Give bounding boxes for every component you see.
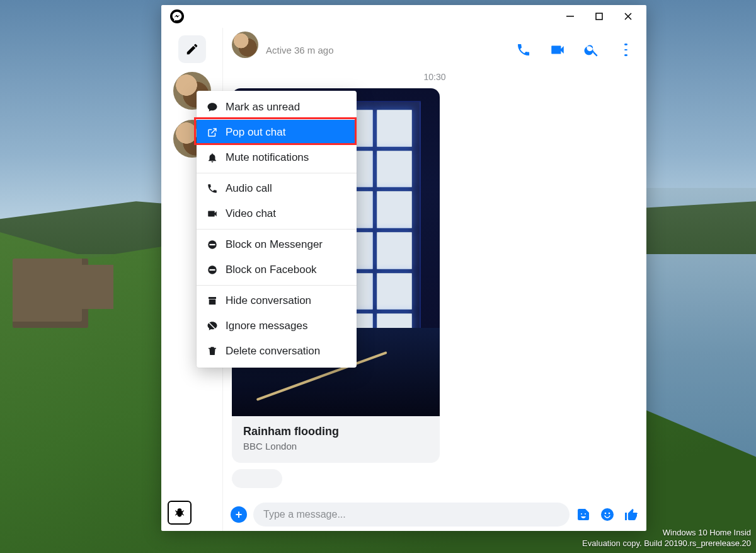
ctx-separator (197, 285, 357, 286)
window-minimize-button[interactable] (556, 6, 585, 26)
svg-point-5 (609, 513, 610, 515)
svg-point-4 (605, 513, 607, 515)
composer-add-button[interactable]: + (231, 506, 247, 523)
svg-rect-7 (210, 244, 215, 245)
svg-point-0 (170, 9, 184, 23)
ctx-item-delete[interactable]: Delete conversation (197, 339, 357, 364)
ignore-icon (207, 320, 218, 332)
chat-header-avatar[interactable] (232, 32, 258, 58)
ctx-item-ignore[interactable]: Ignore messages (197, 313, 357, 339)
ctx-item-mark-unread[interactable]: Mark as unread (197, 95, 357, 120)
popout-icon (207, 127, 218, 138)
wallpaper-castle (13, 259, 88, 328)
svg-point-3 (601, 508, 614, 521)
message-timestamp: 10:30 (232, 72, 638, 82)
card-subtitle: BBC London (243, 441, 428, 451)
video-call-button[interactable] (549, 42, 566, 58)
audio-call-button[interactable] (515, 42, 532, 58)
search-icon (583, 42, 600, 58)
windows-watermark: Windows 10 Home Insid Evaluation copy. B… (582, 528, 751, 549)
ctx-item-block-facebook[interactable]: Block on Facebook (197, 257, 357, 282)
bell-icon (207, 152, 218, 163)
ctx-label: Block on Facebook (226, 264, 317, 276)
bug-report-button[interactable] (168, 501, 192, 525)
ctx-item-audio-call[interactable]: Audio call (197, 176, 357, 201)
title-bar[interactable] (161, 5, 646, 28)
search-button[interactable] (583, 42, 600, 58)
compose-icon (185, 42, 199, 56)
ctx-label: Ignore messages (226, 320, 307, 332)
compose-button[interactable] (178, 35, 206, 63)
ctx-item-pop-out[interactable]: Pop out chat (197, 120, 357, 145)
message-bubble-small (232, 469, 282, 488)
ctx-separator (197, 229, 357, 230)
ctx-item-mute[interactable]: Mute notifications (197, 145, 357, 170)
video-icon (549, 42, 566, 58)
bug-icon (173, 506, 186, 519)
chat-bubble-icon (207, 102, 218, 113)
watermark-line2: Evaluation copy. Build 20190.rs_prerelea… (582, 538, 751, 549)
ctx-item-video-chat[interactable]: Video chat (197, 201, 357, 226)
messenger-icon (170, 9, 184, 23)
video-icon (207, 208, 218, 219)
message-input[interactable]: Type a message... (253, 503, 570, 527)
ctx-label: Mark as unread (226, 101, 300, 114)
block-icon (207, 264, 218, 276)
sticker-button[interactable] (576, 507, 591, 522)
ctx-label: Delete conversation (226, 345, 320, 358)
ctx-label: Block on Messenger (226, 238, 323, 251)
trash-icon (207, 346, 218, 357)
ctx-label: Audio call (226, 182, 272, 195)
card-title: Rainham flooding (243, 425, 428, 438)
archive-icon (207, 295, 218, 306)
svg-rect-2 (596, 13, 602, 20)
window-maximize-button[interactable] (585, 6, 614, 26)
window-close-button[interactable] (614, 6, 643, 26)
active-status: Active 36 m ago (266, 45, 508, 55)
ctx-label: Video chat (226, 207, 276, 220)
ctx-item-block-messenger[interactable]: Block on Messenger (197, 232, 357, 257)
desktop-wallpaper: Windows 10 Home Insid Evaluation copy. B… (0, 0, 756, 553)
emoji-button[interactable] (600, 507, 615, 522)
context-menu: Mark as unread Pop out chat Mute notific… (197, 91, 357, 368)
block-icon (207, 239, 218, 250)
ctx-label: Mute notifications (226, 151, 309, 164)
svg-rect-9 (210, 269, 215, 271)
ctx-label: Pop out chat (226, 126, 285, 139)
phone-icon (516, 42, 531, 57)
like-button[interactable] (624, 507, 639, 522)
chat-header: Active 36 m ago (223, 28, 646, 72)
phone-icon (207, 183, 218, 194)
message-composer: + Type a message... (223, 498, 646, 531)
ctx-item-hide[interactable]: Hide conversation (197, 288, 357, 313)
more-options-button[interactable] (617, 42, 634, 58)
ctx-separator (197, 173, 357, 173)
svg-rect-1 (566, 16, 574, 17)
ctx-label: Hide conversation (226, 294, 311, 307)
